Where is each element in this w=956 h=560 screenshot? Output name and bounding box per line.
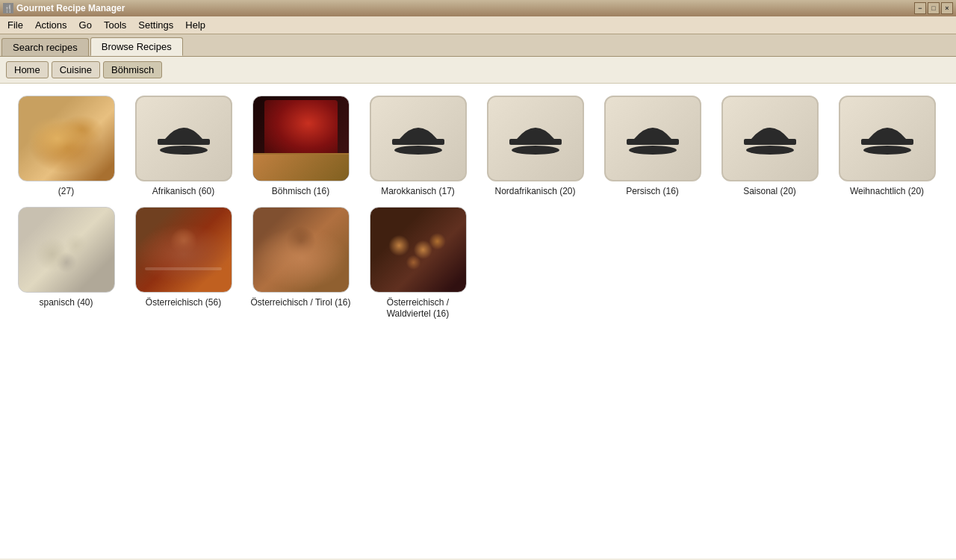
window-title: Gourmet Recipe Manager xyxy=(16,3,125,13)
list-item[interactable]: Marokkanisch (17) xyxy=(364,96,472,198)
svg-rect-0 xyxy=(158,139,210,145)
main-content: (27) Afrikanisch (60) Böhmisch (16) xyxy=(0,84,956,559)
list-item[interactable]: Weihnachtlich (20) xyxy=(833,96,941,198)
list-item[interactable]: Böhmisch (16) xyxy=(246,96,355,198)
recipe-thumbnail xyxy=(839,96,936,181)
recipe-label: Böhmisch (16) xyxy=(272,186,329,198)
svg-point-1 xyxy=(160,146,208,155)
recipe-thumbnail xyxy=(252,96,350,181)
recipe-grid: (27) Afrikanisch (60) Böhmisch (16) xyxy=(12,96,944,320)
svg-rect-4 xyxy=(509,139,562,145)
recipe-thumbnail xyxy=(18,96,115,181)
svg-rect-6 xyxy=(627,139,679,145)
list-item[interactable]: Österreichisch (56) xyxy=(129,207,238,320)
list-item[interactable]: spanisch (40) xyxy=(12,207,120,320)
menu-go[interactable]: Go xyxy=(73,16,98,34)
svg-point-3 xyxy=(394,146,442,155)
close-button[interactable]: × xyxy=(941,2,953,14)
svg-point-11 xyxy=(863,146,911,155)
recipe-label: Weihnachtlich (20) xyxy=(850,186,924,198)
svg-rect-2 xyxy=(392,139,444,145)
menu-file[interactable]: File xyxy=(1,16,29,34)
recipe-thumbnail xyxy=(135,207,232,293)
recipe-thumbnail xyxy=(252,207,350,293)
recipe-label: Marokkanisch (17) xyxy=(381,186,455,198)
menu-help[interactable]: Help xyxy=(179,16,211,34)
recipe-thumbnail xyxy=(721,96,819,181)
breadcrumb: Home Cuisine Böhmisch xyxy=(0,57,956,84)
svg-point-9 xyxy=(746,146,794,155)
breadcrumb-cuisine[interactable]: Cuisine xyxy=(52,61,100,78)
recipe-label: Nordafrikanisch (20) xyxy=(494,186,575,198)
list-item[interactable]: Persisch (16) xyxy=(598,96,707,198)
tab-search[interactable]: Search recipes xyxy=(1,38,89,56)
minimize-button[interactable]: − xyxy=(914,2,926,14)
breadcrumb-home[interactable]: Home xyxy=(6,61,49,78)
recipe-label: Österreichisch (56) xyxy=(146,297,221,309)
recipe-label: Österreichisch / Tirol (16) xyxy=(250,297,350,309)
svg-rect-8 xyxy=(744,139,796,145)
recipe-thumbnail xyxy=(370,96,467,181)
list-item[interactable]: (27) xyxy=(12,96,120,198)
recipe-label: spanisch (40) xyxy=(39,297,93,309)
list-item[interactable]: Österreichisch / Tirol (16) xyxy=(246,207,355,320)
menu-actions[interactable]: Actions xyxy=(29,16,73,34)
list-item[interactable]: Österreichisch / Waldviertel (16) xyxy=(364,207,472,320)
recipe-label: (27) xyxy=(58,186,74,198)
recipe-thumbnail xyxy=(487,96,584,181)
recipe-thumbnail xyxy=(604,96,701,181)
menu-tools[interactable]: Tools xyxy=(98,16,132,34)
menu-bar: File Actions Go Tools Settings Help xyxy=(0,16,956,34)
maximize-button[interactable]: □ xyxy=(928,2,940,14)
svg-rect-10 xyxy=(861,139,913,145)
svg-point-7 xyxy=(629,146,677,155)
window-controls: − □ × xyxy=(914,2,953,14)
recipe-thumbnail xyxy=(18,207,115,293)
recipe-thumbnail xyxy=(370,207,467,293)
svg-point-5 xyxy=(512,146,559,155)
list-item[interactable]: Saisonal (20) xyxy=(716,96,824,198)
list-item[interactable]: Afrikanisch (60) xyxy=(129,96,238,198)
menu-settings[interactable]: Settings xyxy=(132,16,179,34)
recipe-label: Persisch (16) xyxy=(626,186,679,198)
breadcrumb-boehmisch[interactable]: Böhmisch xyxy=(103,61,162,78)
recipe-thumbnail xyxy=(135,96,232,181)
tab-bar: Search recipes Browse Recipes xyxy=(0,34,956,57)
recipe-label: Afrikanisch (60) xyxy=(152,186,214,198)
title-bar: 🍴 Gourmet Recipe Manager − □ × xyxy=(0,0,956,16)
recipe-label: Österreichisch / Waldviertel (16) xyxy=(364,297,472,320)
list-item[interactable]: Nordafrikanisch (20) xyxy=(481,96,589,198)
app-icon: 🍴 xyxy=(3,3,13,13)
recipe-label: Saisonal (20) xyxy=(743,186,796,198)
tab-browse[interactable]: Browse Recipes xyxy=(90,37,183,56)
